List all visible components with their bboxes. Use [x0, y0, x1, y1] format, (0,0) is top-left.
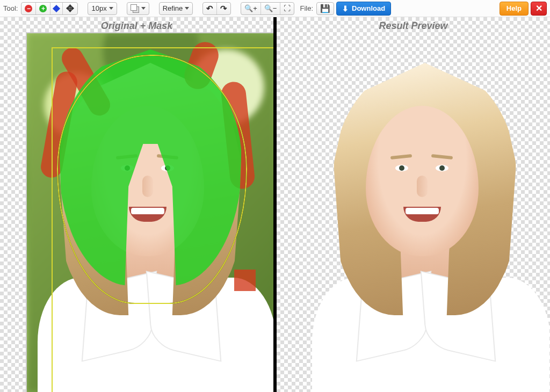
caret-down-icon: [141, 7, 146, 10]
brush-size-dropdown[interactable]: 10px: [88, 2, 117, 15]
remove-mask-stroke: [234, 270, 256, 291]
diamond-icon: [53, 4, 60, 12]
refine-button[interactable]: Refine: [160, 3, 193, 14]
zoom-out-icon: 🔍−: [264, 4, 277, 12]
original-image-canvas[interactable]: [27, 33, 273, 392]
close-icon: ✕: [535, 3, 542, 13]
colors-dropdown[interactable]: [127, 2, 149, 15]
original-pane-title: Original + Mask: [0, 20, 273, 32]
zoom-out-button[interactable]: 🔍−: [261, 3, 281, 14]
save-button-group: 💾: [316, 2, 334, 15]
caret-down-icon: [109, 7, 113, 10]
toolbar: Tool: − + ✥ 10px Refine ↶ ↷ 🔍+ 🔍− ⛶ File…: [0, 0, 550, 17]
refine-dropdown[interactable]: Refine: [159, 2, 193, 15]
zoom-in-button[interactable]: 🔍+: [241, 3, 261, 14]
hair-mark-button[interactable]: [50, 3, 63, 14]
result-pane-title: Result Preview: [277, 20, 550, 32]
minus-circle-icon: −: [25, 5, 32, 12]
zoom-in-icon: 🔍+: [244, 4, 257, 12]
close-button[interactable]: ✕: [531, 2, 547, 16]
help-button[interactable]: Help: [500, 2, 529, 16]
zoom-fit-button[interactable]: ⛶: [280, 3, 294, 14]
result-image-canvas[interactable]: [277, 33, 549, 392]
move-icon: ✥: [66, 3, 74, 14]
tool-label: Tool:: [3, 4, 18, 12]
undo-button[interactable]: ↶: [203, 3, 217, 14]
keep-mark-button[interactable]: +: [36, 3, 50, 14]
save-disk-icon: 💾: [320, 4, 330, 13]
redo-icon: ↷: [220, 4, 227, 13]
plus-circle-icon: +: [39, 5, 47, 12]
zoom-group: 🔍+ 🔍− ⛶: [241, 2, 294, 15]
result-pane: Result Preview: [277, 17, 550, 392]
remove-mark-button[interactable]: −: [21, 3, 36, 14]
result-subject: [301, 52, 549, 392]
history-group: ↶ ↷: [202, 2, 231, 15]
original-pane: Original + Mask: [0, 17, 273, 392]
download-label: Download: [352, 4, 385, 12]
move-tool-button[interactable]: ✥: [63, 3, 77, 14]
mark-tool-group: − + ✥: [21, 2, 78, 15]
download-arrow-icon: ⬇: [342, 4, 349, 13]
fit-screen-icon: ⛶: [284, 4, 291, 12]
file-label: File:: [300, 4, 313, 12]
undo-icon: ↶: [206, 4, 213, 13]
redo-button[interactable]: ↷: [217, 3, 230, 14]
download-button[interactable]: ⬇ Download: [336, 2, 391, 16]
fgbg-swatch-icon: [131, 4, 139, 13]
save-button[interactable]: 💾: [317, 3, 334, 14]
caret-down-icon: [185, 7, 189, 10]
brush-size-value[interactable]: 10px: [88, 3, 116, 14]
fgbg-colors-button[interactable]: [127, 3, 149, 14]
workspace: Original + Mask: [0, 17, 550, 392]
